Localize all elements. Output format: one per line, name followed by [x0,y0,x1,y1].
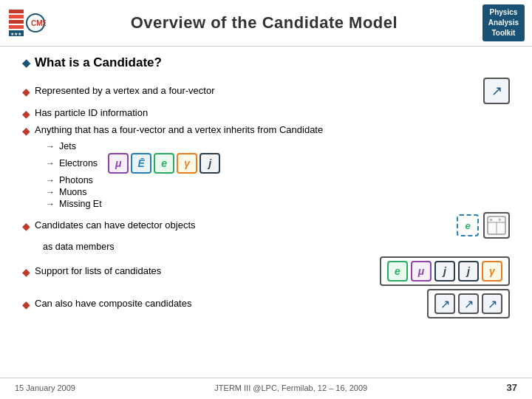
support-icons: e μ j j γ [380,256,510,286]
support-j2-icon: j [458,261,479,282]
page-title: Overview of the Candidate Model [46,13,482,33]
vertex-icon: ↗ [483,78,510,104]
bullet-vertex: ◆ Represented by a vertex and a four-vec… [22,78,510,104]
bullet-composite: ◆ Can also have composite candidates ↗ ↗… [22,289,510,318]
svg-text:★★★: ★★★ [10,32,21,36]
sub-item-jets: → Jets [46,141,510,151]
detector-icons: e [457,214,479,236]
arrow-jets: → [46,141,55,151]
bullet-vertex-text: Represented by a vertex and a four-vecto… [35,85,215,96]
svg-rect-4 [9,25,24,29]
sub-item-jets-label: Jets [59,141,76,151]
sub-item-muons-label: Muons [59,187,87,197]
detector-sub-text: as data members [43,242,510,252]
sub-list: → Jets → Electrons μ Ē e γ j → Photons →… [46,141,510,209]
electron-icons: μ Ē e γ j [108,153,220,174]
sub-item-missinget-label: Missing Et [59,199,102,209]
bullet-inherits-text: Anything that has a four-vector and a ve… [35,124,323,135]
footer-date: 15 January 2009 [15,383,75,392]
header: ★★★ CMS Overview of the Candidate Model … [0,0,532,47]
composite-icons: ↗ ↗ ↗ [427,289,510,318]
composite-arrow-1: ↗ [434,293,455,314]
arrow-missinget: → [46,199,55,209]
j-icon: j [200,153,220,174]
svg-rect-3 [9,20,24,24]
section-bullet-icon: ◆ [22,57,30,69]
logo-icon: ★★★ CMS [7,8,46,38]
footer-conference: JTERM III @LPC, Fermilab, 12 – 16, 2009 [214,383,367,392]
e-icon: e [154,153,174,174]
diamond-icon-1: ◆ [22,86,30,98]
arrow-muons: → [46,187,55,197]
diamond-icon-5: ◆ [22,266,30,278]
bullet-particle-id-text: Has particle ID information [35,107,148,118]
detector-e-icon: e [457,214,479,236]
sub-item-muons: → Muons [46,187,510,197]
section-title: ◆ What is a Candidate? [22,55,510,70]
page-number: 37 [507,382,517,393]
support-gamma-icon: γ [482,261,502,282]
logo-area: ★★★ CMS [7,8,46,38]
bullet-detector-text: ◆ Candidates can have detector objects [22,219,448,232]
sub-item-electrons-label: Electrons [59,158,98,168]
diamond-icon-6: ◆ [22,299,30,310]
diamond-icon-3: ◆ [22,125,30,137]
mu-icon: μ [108,153,129,174]
detector-obj-icon: a b [483,212,510,239]
bullet-inherits: ◆ Anything that has a four-vector and a … [22,124,510,137]
svg-rect-1 [9,10,24,13]
sub-item-electrons: → Electrons μ Ē e γ j [46,153,510,174]
main-content: ◆ What is a Candidate? ◆ Represented by … [0,47,532,324]
footer: 15 January 2009 JTERM III @LPC, Fermilab… [0,378,532,393]
pat-badge: Physics Analysis Toolkit [482,4,525,41]
svg-text:a: a [490,217,492,222]
gamma-icon: γ [177,153,197,174]
sub-item-photons-label: Photons [59,175,93,185]
bullet-detector: ◆ Candidates can have detector objects e… [22,212,510,239]
e-slash-icon: Ē [131,153,151,174]
support-e-icon: e [387,261,408,282]
sub-item-missinget: → Missing Et [46,199,510,209]
arrow-electrons: → [46,158,55,168]
support-mu-icon: μ [411,261,432,282]
support-j1-icon: j [434,261,455,282]
bullet-particle-id: ◆ Has particle ID information [22,107,510,120]
arrow-photons: → [46,175,55,185]
svg-text:CMS: CMS [31,19,46,27]
diamond-icon-2: ◆ [22,108,30,120]
svg-text:b: b [499,217,501,222]
bullet-support: ◆ Support for lists of candidates e μ j … [22,256,510,286]
composite-arrow-3: ↗ [482,293,502,314]
sub-item-photons: → Photons [46,175,510,185]
composite-arrow-2: ↗ [458,293,479,314]
diamond-icon-4: ◆ [22,220,30,232]
svg-rect-2 [9,15,24,18]
